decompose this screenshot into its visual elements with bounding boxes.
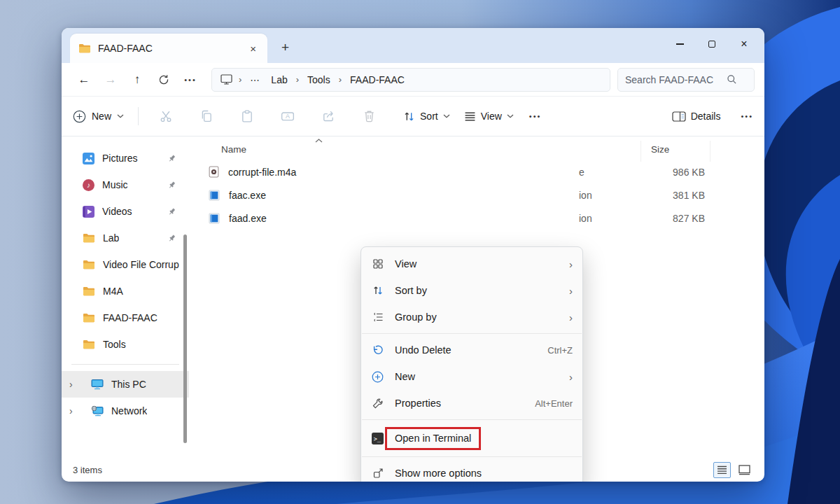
rename-icon: A bbox=[281, 110, 295, 122]
menu-item-label: New bbox=[395, 371, 415, 382]
column-header-name[interactable]: Name bbox=[221, 144, 246, 155]
maximize-button[interactable] bbox=[696, 28, 728, 60]
window-controls: × bbox=[664, 28, 760, 60]
menu-item-properties[interactable]: Properties Alt+Enter bbox=[361, 390, 582, 416]
breadcrumb-item-tools[interactable]: Tools bbox=[305, 73, 332, 87]
expand-chevron-icon[interactable]: › bbox=[69, 405, 73, 416]
view-button[interactable]: View bbox=[464, 111, 514, 122]
breadcrumb-overflow[interactable]: ⋯ bbox=[248, 73, 262, 87]
minimize-icon bbox=[676, 43, 684, 45]
search-input[interactable]: Search FAAD-FAAC bbox=[617, 68, 755, 92]
this-pc-monitor-icon bbox=[220, 74, 232, 85]
sort-icon bbox=[403, 111, 415, 122]
file-type-clipped: ion bbox=[579, 213, 592, 224]
explorer-tab[interactable]: FAAD-FAAC × bbox=[70, 34, 267, 63]
menu-item-view[interactable]: View › bbox=[361, 251, 582, 277]
details-view-toggle[interactable] bbox=[713, 462, 731, 478]
menu-item-show-more-options[interactable]: Show more options bbox=[361, 460, 582, 482]
details-pane-button[interactable]: Details bbox=[672, 111, 721, 122]
network-icon bbox=[91, 405, 104, 416]
toolbar-overflow-button[interactable]: ••• bbox=[741, 112, 753, 120]
forward-button[interactable]: → bbox=[98, 73, 123, 87]
close-icon: × bbox=[741, 38, 747, 50]
paste-button[interactable] bbox=[227, 110, 267, 122]
application-icon bbox=[209, 190, 220, 201]
sort-icon bbox=[371, 285, 384, 296]
refresh-button[interactable] bbox=[151, 74, 176, 85]
up-button[interactable]: ↑ bbox=[125, 73, 150, 87]
file-name: corrupt-file.m4a bbox=[228, 167, 296, 178]
tab-title: FAAD-FAAC bbox=[98, 43, 240, 54]
file-row-faad-exe[interactable]: faad.exe ion 827 KB bbox=[189, 206, 764, 230]
breadcrumb-item-faad-faac[interactable]: FAAD-FAAC bbox=[348, 73, 407, 87]
delete-icon bbox=[363, 110, 375, 122]
file-row-corrupt-file-m4a[interactable]: corrupt-file.m4a e 986 KB bbox=[189, 160, 764, 183]
pin-icon bbox=[167, 181, 176, 190]
menu-item-undo-delete[interactable]: Undo Delete Ctrl+Z bbox=[361, 337, 582, 363]
sidebar-item-m4a[interactable]: M4A bbox=[62, 278, 189, 304]
maximize-icon bbox=[708, 41, 715, 48]
address-bar[interactable]: › ⋯ Lab › Tools › FAAD-FAAC bbox=[211, 68, 610, 92]
menu-item-new[interactable]: New › bbox=[361, 363, 582, 390]
sidebar-item-faad-faac[interactable]: FAAD-FAAC bbox=[62, 304, 189, 331]
new-plus-icon bbox=[371, 371, 384, 383]
sidebar-item-tools[interactable]: Tools bbox=[62, 331, 189, 358]
minimize-button[interactable] bbox=[664, 28, 696, 60]
column-header-size[interactable]: Size bbox=[640, 141, 710, 162]
copy-icon bbox=[200, 110, 213, 122]
tab-close-icon[interactable]: × bbox=[247, 42, 259, 55]
delete-button[interactable] bbox=[349, 110, 389, 122]
sidebar-item-videos[interactable]: Videos bbox=[62, 198, 189, 225]
breadcrumb-item-lab[interactable]: Lab bbox=[269, 73, 289, 87]
sidebar-scrollbar[interactable] bbox=[183, 234, 187, 443]
file-size: 381 KB bbox=[640, 190, 705, 201]
sidebar-item-lab[interactable]: Lab bbox=[62, 225, 189, 251]
sidebar-item-pictures[interactable]: Pictures bbox=[62, 145, 189, 172]
new-button[interactable]: New bbox=[73, 110, 124, 123]
copy-button[interactable] bbox=[186, 110, 227, 122]
file-explorer-window: FAAD-FAAC × + × ← → ↑ ••• › bbox=[62, 28, 764, 482]
nav-more-button[interactable]: ••• bbox=[178, 76, 203, 84]
sidebar-item-this-pc[interactable]: › This PC bbox=[62, 371, 189, 398]
sort-button-label: Sort bbox=[420, 111, 438, 122]
chevron-down-icon bbox=[443, 114, 450, 118]
file-name: faad.exe bbox=[229, 213, 267, 224]
menu-item-group-by[interactable]: Group by › bbox=[361, 304, 582, 330]
refresh-icon bbox=[158, 74, 169, 85]
folder-icon bbox=[83, 313, 95, 323]
title-bar: FAAD-FAAC × + × bbox=[62, 28, 764, 63]
pictures-icon bbox=[83, 153, 94, 164]
sidebar-item-video-file-corruption[interactable]: Video File Corrup bbox=[62, 251, 189, 278]
menu-item-sort-by[interactable]: Sort by › bbox=[361, 277, 582, 304]
sidebar-item-network[interactable]: › Network bbox=[62, 398, 189, 424]
sort-button[interactable]: Sort bbox=[403, 111, 450, 122]
cut-button[interactable] bbox=[146, 110, 186, 122]
search-placeholder: Search FAAD-FAAC bbox=[625, 74, 727, 85]
submenu-chevron-icon: › bbox=[569, 285, 573, 297]
close-button[interactable]: × bbox=[728, 28, 760, 60]
explorer-body: Pictures ♪ Music bbox=[62, 136, 764, 458]
cut-icon bbox=[160, 110, 172, 122]
view-grid-icon bbox=[371, 258, 384, 270]
large-icons-view-icon bbox=[738, 465, 750, 475]
expand-chevron-icon[interactable]: › bbox=[69, 379, 73, 390]
search-icon bbox=[727, 74, 737, 85]
file-size: 827 KB bbox=[640, 213, 705, 224]
file-type-clipped: ion bbox=[579, 190, 592, 201]
menu-item-label: Properties bbox=[395, 398, 441, 409]
share-button[interactable] bbox=[308, 110, 349, 122]
file-row-faac-exe[interactable]: faac.exe ion 381 KB bbox=[189, 183, 764, 206]
menu-item-label: Undo Delete bbox=[395, 344, 451, 356]
details-view-icon bbox=[717, 465, 727, 475]
paste-icon bbox=[241, 110, 253, 122]
back-button[interactable]: ← bbox=[71, 73, 97, 87]
rename-button[interactable]: A bbox=[267, 110, 308, 122]
menu-item-label: Show more options bbox=[395, 468, 482, 479]
pin-icon bbox=[167, 154, 176, 163]
svg-text:♪: ♪ bbox=[87, 181, 90, 189]
menu-item-open-in-terminal[interactable]: >_ Open in Terminal bbox=[361, 423, 582, 454]
toolbar-more-button[interactable]: ••• bbox=[529, 112, 542, 120]
new-tab-button[interactable]: + bbox=[281, 41, 289, 54]
large-icons-view-toggle[interactable] bbox=[736, 462, 753, 478]
sidebar-item-music[interactable]: ♪ Music bbox=[62, 172, 189, 198]
